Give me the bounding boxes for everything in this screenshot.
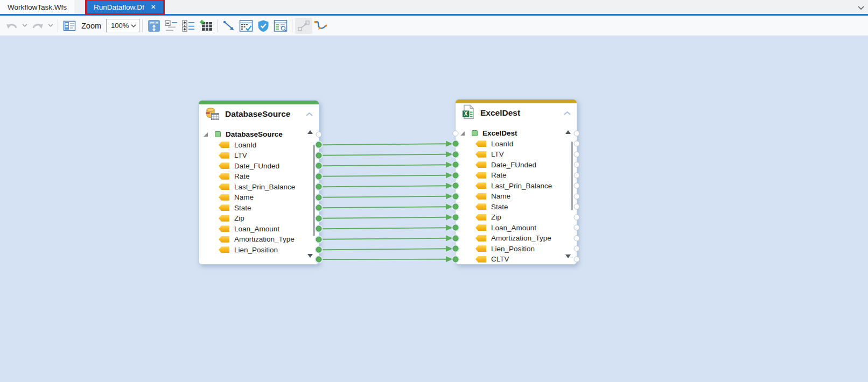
field-row[interactable]: LTV [456,149,577,160]
reroute-links-button[interactable] [312,18,330,34]
mapping-link[interactable] [321,238,447,239]
dest-output-port[interactable] [574,256,580,262]
scroll-down-icon[interactable] [307,254,313,258]
source-output-port[interactable] [316,184,322,190]
toggle-panel-button[interactable] [61,18,78,34]
mapping-link[interactable] [321,228,447,229]
field-row[interactable]: Amortization_Type [456,233,577,244]
tab-rundataflow[interactable]: RunDataflow.Df ✕ [86,0,164,14]
collapse-chevron-icon[interactable] [305,109,313,119]
field-row[interactable]: State [456,202,577,213]
source-output-port[interactable] [316,163,322,169]
field-row[interactable]: Date_FUnded [456,160,577,171]
source-output-port[interactable] [316,152,322,158]
tree-expander-icon[interactable] [460,131,465,136]
draw-link-button[interactable] [220,18,237,34]
dest-output-port[interactable] [574,235,580,241]
dest-input-port[interactable] [453,151,459,157]
mapping-link[interactable] [321,165,447,166]
field-row[interactable]: Last_Prin_Balance [199,182,319,193]
field-row[interactable]: Last_Prin_Balance [456,181,577,192]
undo-button[interactable] [3,18,20,34]
add-table-button[interactable] [197,18,214,34]
mapping-link[interactable] [321,196,447,197]
scroll-up-icon[interactable] [565,130,571,134]
dest-output-port[interactable] [574,183,580,189]
field-row[interactable]: CLTV [456,254,577,265]
dest-input-port[interactable] [453,204,459,210]
mapping-link[interactable] [321,186,447,187]
dest-output-port[interactable] [574,141,580,147]
collapse-all-button[interactable] [163,18,180,34]
preview-window-button[interactable] [272,18,289,34]
zoom-level-select[interactable]: 100% [106,19,139,32]
field-row[interactable]: State [199,203,319,214]
dest-output-port[interactable] [574,214,580,220]
dest-output-port[interactable] [574,130,580,136]
dataflow-canvas[interactable]: DatabaseSource DatabaseSourceLoanIdLTVDa… [0,36,868,382]
field-row[interactable]: Name [199,192,319,203]
scroll-up-icon[interactable] [307,130,313,134]
source-output-port[interactable] [316,142,322,148]
node-excel-dest[interactable]: X ExcelDest ExcelDestLoanIdLTVDate_FUnde… [455,99,577,265]
expand-all-button[interactable] [180,18,197,34]
field-row[interactable]: Lien_Position [456,244,577,254]
vertical-fit-button[interactable] [145,18,163,34]
dest-input-port[interactable] [453,214,459,220]
mapping-link[interactable] [321,207,447,208]
dest-output-port[interactable] [574,172,580,178]
field-row[interactable]: Date_FUnded [199,161,319,172]
tab-overflow-chevron-icon[interactable] [857,3,865,12]
field-row[interactable]: Loan_Amount [456,223,577,234]
source-output-port[interactable] [316,247,322,253]
dest-output-port[interactable] [574,225,580,231]
scrollbar-thumb[interactable] [571,142,573,210]
field-row[interactable]: LTV [199,150,319,161]
mapping-link[interactable] [321,217,447,218]
mapping-link[interactable] [321,154,447,155]
source-output-port[interactable] [316,226,322,232]
node-root-row[interactable]: DatabaseSource [199,129,319,140]
field-row[interactable]: Lien_Position [199,245,319,256]
tree-expander-icon[interactable] [204,132,208,137]
field-row[interactable]: Zip [199,213,319,224]
dest-input-port[interactable] [453,141,459,147]
field-row[interactable]: Rate [199,171,319,182]
field-row[interactable]: Name [456,191,577,202]
source-output-port[interactable] [316,215,322,221]
field-row[interactable]: Amortization_Type [199,234,319,245]
undo-history-chevron-icon[interactable] [20,18,29,34]
mapping-link[interactable] [321,175,447,176]
dest-input-port[interactable] [453,183,459,189]
redo-history-chevron-icon[interactable] [46,18,55,34]
field-row[interactable]: LoanId [456,139,577,150]
dest-output-port[interactable] [574,193,580,199]
preview-data-button[interactable] [237,18,255,34]
node-header[interactable]: DatabaseSource [199,104,319,124]
scroll-down-icon[interactable] [565,254,571,258]
collapse-chevron-icon[interactable] [563,108,571,118]
dest-input-port[interactable] [453,162,459,168]
dest-output-port[interactable] [574,162,580,168]
source-output-port[interactable] [316,236,322,242]
node-header[interactable]: X ExcelDest [456,103,577,123]
field-row[interactable]: Loan_Amount [199,224,319,235]
field-row[interactable]: Zip [456,212,577,223]
source-root-output-port[interactable] [316,131,322,137]
redo-button[interactable] [29,18,46,34]
dest-output-port[interactable] [574,204,580,210]
dest-input-port[interactable] [453,235,459,241]
node-database-source[interactable]: DatabaseSource DatabaseSourceLoanIdLTVDa… [198,100,319,265]
source-output-port[interactable] [316,257,322,263]
dest-root-input-port[interactable] [453,130,459,136]
mapping-link[interactable] [321,249,447,250]
source-output-port[interactable] [316,173,322,179]
mapping-link[interactable] [321,144,447,145]
dest-output-port[interactable] [574,151,580,157]
field-row[interactable]: LoanId [199,140,319,151]
field-row[interactable]: Rate [456,170,577,181]
source-output-port[interactable] [316,194,322,200]
source-output-port[interactable] [316,205,322,211]
close-icon[interactable]: ✕ [151,4,156,10]
validate-shield-button[interactable] [255,18,272,34]
